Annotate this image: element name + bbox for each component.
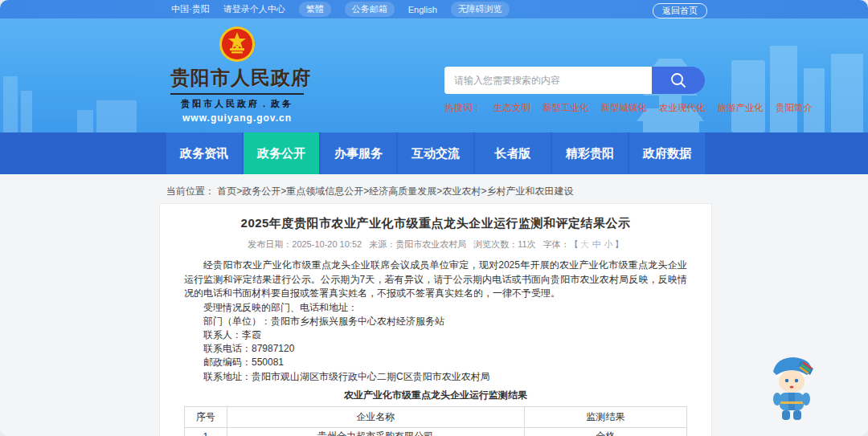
hot-search-term[interactable]: 旅游产业化 bbox=[718, 102, 764, 114]
col-header-index: 序号 bbox=[185, 406, 227, 427]
font-size-small-button[interactable]: 小 bbox=[604, 239, 613, 249]
topbar-link[interactable]: 公务邮箱 bbox=[345, 2, 395, 17]
contact-line: 联系人：李霞 bbox=[184, 328, 687, 342]
topbar-link[interactable]: English bbox=[408, 5, 437, 14]
hot-search-label: 热搜词： bbox=[444, 102, 481, 114]
site-logo[interactable]: 贵阳市人民政府 贵阳市人民政府．政务 www.guiyang.gov.cn bbox=[170, 26, 304, 124]
contact-line: 部门（单位）：贵阳市乡村振兴服务中心农村经济服务站 bbox=[184, 315, 687, 328]
contact-line: 邮政编码：550081 bbox=[184, 356, 687, 369]
breadcrumb-label: 当前位置： bbox=[166, 185, 215, 197]
nav-item[interactable]: 长者版 bbox=[475, 132, 551, 174]
breadcrumb: 当前位置： 首页>政务公开>重点领域信息公开>经济高质量发展>农业农村>乡村产业… bbox=[166, 185, 573, 198]
table-row: 1 贵州合力超市采购有限公司 合格 bbox=[185, 427, 687, 436]
search-icon bbox=[669, 71, 687, 89]
article-paragraph: 经贵阳市农业产业化市级重点龙头企业联席会议成员单位审定，现对2025年开展的农业… bbox=[184, 259, 687, 301]
topbar-link[interactable]: 请登录个人中心 bbox=[223, 3, 285, 15]
font-size-label-close: 】 bbox=[615, 239, 624, 249]
publish-date: 发布日期：2025-10-20 10:52 bbox=[248, 239, 362, 249]
hot-search-term[interactable]: 农业现代化 bbox=[659, 102, 706, 114]
top-utility-bar: 中国·贵阳 请登录个人中心 繁體 公务邮箱 English 无障碍浏览 返回首页 bbox=[0, 0, 868, 18]
nav-item[interactable]: 政务资讯 bbox=[166, 132, 242, 174]
topbar-link[interactable]: 中国·贵阳 bbox=[171, 3, 210, 15]
nav-item[interactable]: 精彩贵阳 bbox=[552, 132, 628, 174]
site-url: www.guiyang.gov.cn bbox=[170, 112, 304, 124]
font-size-large-button[interactable]: 大 bbox=[580, 239, 589, 249]
hot-search-term[interactable]: 贵阳简介 bbox=[776, 102, 813, 114]
nav-item[interactable]: 办事服务 bbox=[321, 132, 396, 174]
topbar-link[interactable]: 无障碍浏览 bbox=[451, 2, 510, 17]
hot-search-term[interactable]: 新型工业化 bbox=[542, 102, 589, 114]
cell-index: 1 bbox=[185, 427, 227, 436]
article-card: 2025年度贵阳市农业产业化市级重点龙头企业运行监测和评定结果公示 发布日期：2… bbox=[159, 203, 712, 436]
table-header-row: 序号 企业名称 监测结果 bbox=[185, 406, 687, 427]
col-header-result: 监测结果 bbox=[525, 406, 687, 427]
cell-company-name: 贵州合力超市采购有限公司 bbox=[227, 427, 525, 436]
col-header-company: 企业名称 bbox=[227, 406, 525, 427]
hot-search-term[interactable]: 生态文明 bbox=[493, 102, 530, 114]
page-content: 当前位置： 首页>政务公开>重点领域信息公开>经济高质量发展>农业农村>乡村产业… bbox=[0, 174, 868, 436]
mascot-character[interactable] bbox=[762, 351, 821, 425]
article-meta: 发布日期：2025-10-20 10:52 来源：贵阳市农业农村局 浏览次数：1… bbox=[160, 238, 711, 251]
site-subtitle: 贵阳市人民政府．政务 bbox=[170, 98, 304, 110]
topbar-links: 中国·贵阳 请登录个人中心 繁體 公务邮箱 English 无障碍浏览 bbox=[171, 0, 510, 18]
breadcrumb-path[interactable]: 首页>政务公开>重点领域信息公开>经济高质量发展>农业农村>乡村产业和农田建设 bbox=[217, 185, 573, 197]
nav-item[interactable]: 互动交流 bbox=[398, 132, 473, 174]
search-input[interactable] bbox=[444, 67, 652, 94]
hot-search-term[interactable]: 新型城镇化 bbox=[601, 102, 648, 114]
article-title: 2025年度贵阳市农业产业化市级重点龙头企业运行监测和评定结果公示 bbox=[160, 216, 711, 231]
nav-item[interactable]: 政府数据 bbox=[629, 132, 705, 174]
article-source: 来源：贵阳市农业农村局 bbox=[369, 239, 466, 249]
monitoring-result-table: 序号 企业名称 监测结果 1 贵州合力超市采购有限公司 合格 bbox=[184, 406, 687, 436]
search-button[interactable] bbox=[652, 67, 705, 94]
site-banner: 贵阳市人民政府 贵阳市人民政府．政务 www.guiyang.gov.cn 热搜… bbox=[0, 18, 868, 132]
banner-cityscape-left bbox=[0, 68, 145, 132]
site-name: 贵阳市人民政府 bbox=[170, 65, 304, 91]
return-home-button[interactable]: 返回首页 bbox=[653, 3, 707, 18]
article-body: 经贵阳市农业产业化市级重点龙头企业联席会议成员单位审定，现对2025年开展的农业… bbox=[160, 251, 711, 436]
font-size-medium-button[interactable]: 中 bbox=[592, 239, 601, 249]
contact-line: 联系电话：87987120 bbox=[184, 342, 687, 356]
cell-result: 合格 bbox=[525, 427, 687, 436]
hot-search-row: 热搜词： 生态文明 新型工业化 新型城镇化 农业现代化 旅游产业化 贵阳简介 bbox=[444, 102, 813, 114]
nav-item[interactable]: 政务公开 bbox=[244, 132, 319, 174]
font-size-label: 字体：【 bbox=[543, 239, 579, 249]
result-table-caption: 农业产业化市级重点龙头企业运行监测结果 bbox=[184, 389, 687, 402]
browser-viewport: 中国·贵阳 请登录个人中心 繁體 公务邮箱 English 无障碍浏览 返回首页 bbox=[0, 0, 868, 436]
topbar-link[interactable]: 繁體 bbox=[299, 2, 331, 17]
search-area: 热搜词： 生态文明 新型工业化 新型城镇化 农业现代化 旅游产业化 贵阳简介 bbox=[444, 67, 813, 114]
view-count: 浏览次数：11次 bbox=[473, 239, 535, 249]
logo-divider bbox=[170, 93, 304, 95]
contact-line: 受理情况反映的部门、电话和地址： bbox=[184, 301, 687, 315]
national-emblem-icon bbox=[219, 26, 256, 63]
main-navigation: 政务资讯 政务公开 办事服务 互动交流 长者版 精彩贵阳 政府数据 bbox=[0, 132, 868, 174]
contact-line: 联系地址：贵阳市观山湖区市级行政中心二期C区贵阳市农业农村局 bbox=[184, 370, 687, 384]
